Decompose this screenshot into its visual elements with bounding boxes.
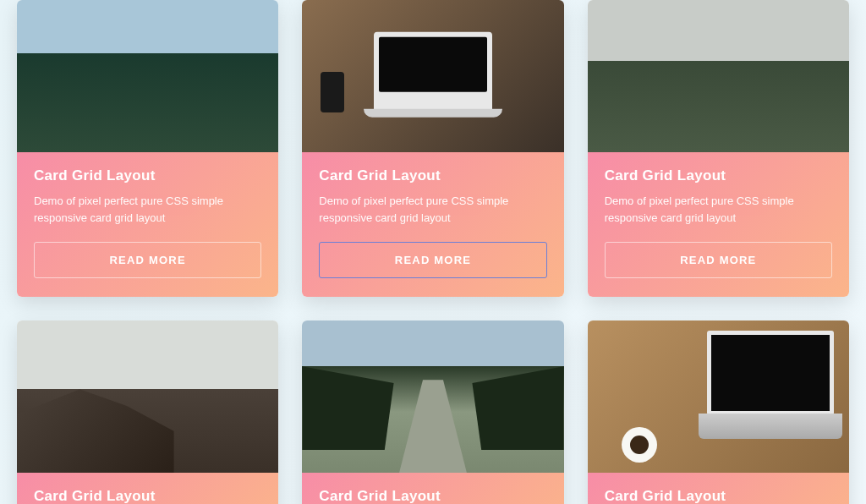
card-body: Card Grid Layout Demo of pixel perfect p… bbox=[588, 152, 849, 297]
card-description: Demo of pixel perfect pure CSS simple re… bbox=[605, 193, 832, 227]
card-title: Card Grid Layout bbox=[605, 488, 832, 504]
read-more-button[interactable]: READ MORE bbox=[319, 242, 546, 278]
card-body: Card Grid Layout bbox=[302, 473, 563, 504]
card-image-path-trees bbox=[302, 320, 563, 473]
card-description: Demo of pixel perfect pure CSS simple re… bbox=[319, 193, 546, 227]
card-image-forest-lake bbox=[17, 0, 278, 152]
card-image-rocky-coast bbox=[17, 320, 278, 473]
card-item: Card Grid Layout Demo of pixel perfect p… bbox=[302, 0, 563, 297]
card-body: Card Grid Layout Demo of pixel perfect p… bbox=[302, 152, 563, 297]
coffee-cup-icon bbox=[622, 427, 657, 463]
card-item: Card Grid Layout Demo of pixel perfect p… bbox=[588, 0, 849, 297]
rocks-icon bbox=[17, 389, 174, 473]
card-body: Card Grid Layout bbox=[17, 473, 278, 504]
card-title: Card Grid Layout bbox=[605, 167, 832, 184]
card-title: Card Grid Layout bbox=[34, 488, 261, 504]
card-image-laptop-coffee bbox=[588, 320, 849, 473]
card-item: Card Grid Layout bbox=[17, 320, 278, 504]
card-image-river-valley bbox=[588, 0, 849, 152]
trees-icon bbox=[472, 366, 563, 450]
card-description: Demo of pixel perfect pure CSS simple re… bbox=[34, 193, 261, 227]
laptop-icon bbox=[374, 32, 492, 112]
read-more-button[interactable]: READ MORE bbox=[34, 242, 261, 278]
card-body: Card Grid Layout Demo of pixel perfect p… bbox=[17, 152, 278, 297]
card-item: Card Grid Layout bbox=[302, 320, 563, 504]
card-image-laptop-desk bbox=[302, 0, 563, 152]
path-icon bbox=[399, 380, 467, 473]
card-item: Card Grid Layout Demo of pixel perfect p… bbox=[17, 0, 278, 297]
card-grid: Card Grid Layout Demo of pixel perfect p… bbox=[17, 0, 849, 504]
phone-icon bbox=[321, 72, 344, 112]
trees-icon bbox=[302, 366, 393, 450]
card-body: Card Grid Layout bbox=[588, 473, 849, 504]
laptop-icon bbox=[707, 331, 834, 415]
card-item: Card Grid Layout bbox=[588, 320, 849, 504]
card-title: Card Grid Layout bbox=[34, 167, 261, 184]
read-more-button[interactable]: READ MORE bbox=[605, 242, 832, 278]
card-title: Card Grid Layout bbox=[319, 488, 546, 504]
card-title: Card Grid Layout bbox=[319, 167, 546, 184]
